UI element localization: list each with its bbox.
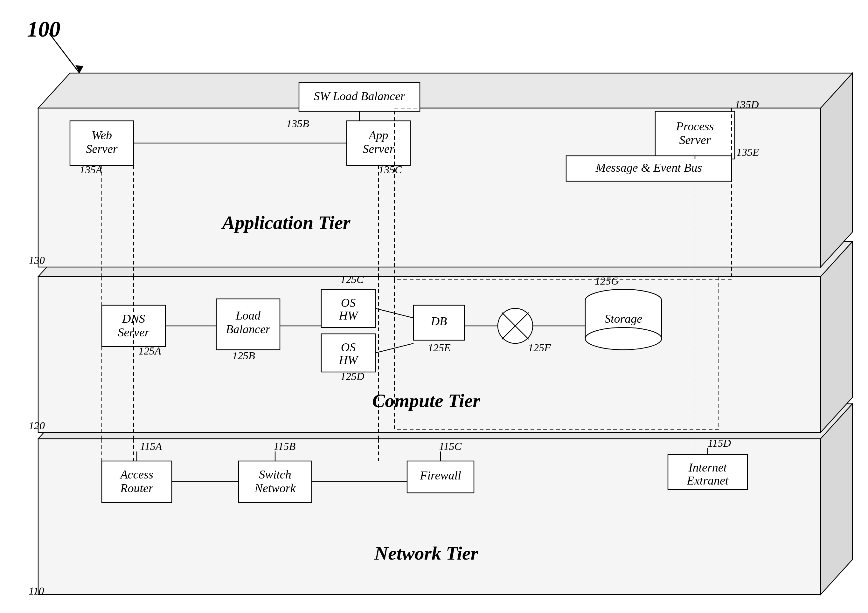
sw-load-balancer-label: SW Load Balancer bbox=[314, 89, 405, 103]
process-server-label2: Server bbox=[679, 133, 711, 147]
db-label: DB bbox=[431, 314, 447, 328]
os-hw-1-label: OS bbox=[341, 296, 356, 310]
ref-125b: 125B bbox=[232, 350, 255, 362]
internet-extranet-label: Internet bbox=[688, 461, 727, 474]
application-tier-ref: 130 bbox=[29, 254, 45, 266]
switch-network-label2: Network bbox=[254, 481, 296, 495]
ref-125f: 125F bbox=[528, 342, 551, 354]
ref-115a: 115A bbox=[140, 440, 162, 452]
access-router-label: Access bbox=[119, 468, 153, 481]
compute-tier-label: Compute Tier bbox=[372, 390, 480, 411]
internet-extranet-label2: Extranet bbox=[687, 474, 729, 487]
diagram-ref-label: 100 bbox=[27, 17, 60, 41]
network-tier-ref: 110 bbox=[29, 585, 44, 597]
ref-135d: 135D bbox=[735, 99, 759, 110]
web-server-label2: Server bbox=[86, 142, 117, 155]
application-tier-label: Application Tier bbox=[221, 212, 350, 233]
compute-tier-ref: 120 bbox=[29, 420, 45, 432]
os-hw-2-label2: HW bbox=[338, 353, 358, 367]
svg-marker-16 bbox=[38, 73, 852, 108]
load-balancer-label: Load bbox=[236, 309, 261, 322]
os-hw-2-label: OS bbox=[341, 341, 356, 354]
ref-125e: 125E bbox=[428, 342, 451, 354]
load-balancer-label2: Balancer bbox=[226, 322, 270, 336]
process-server-label: Process bbox=[676, 119, 714, 133]
ref-135b: 135B bbox=[286, 118, 309, 129]
diagram-container: Network Tier 110 Access Router 115A Swit… bbox=[0, 0, 868, 613]
app-server-label: App bbox=[368, 128, 388, 142]
app-server-label2: Server bbox=[363, 142, 394, 155]
ref-125a: 125A bbox=[138, 345, 161, 357]
message-event-bus-label: Message & Event Bus bbox=[595, 161, 702, 174]
svg-point-15 bbox=[585, 328, 662, 350]
ref-125d: 125D bbox=[340, 370, 364, 382]
ref-135e: 135E bbox=[736, 146, 759, 158]
ref-115c: 115C bbox=[439, 440, 462, 452]
ref-135c: 135C bbox=[378, 164, 402, 175]
network-tier-label: Network Tier bbox=[374, 543, 478, 564]
storage-label: Storage bbox=[604, 312, 642, 325]
ref-125c: 125C bbox=[340, 274, 364, 285]
switch-network-label: Switch bbox=[259, 468, 291, 481]
ref-115b: 115B bbox=[274, 440, 296, 452]
access-router-label2: Router bbox=[120, 481, 153, 495]
ref-135a: 135A bbox=[79, 164, 102, 175]
web-server-label: Web bbox=[91, 128, 112, 142]
os-hw-1-label2: HW bbox=[338, 309, 358, 322]
firewall-label: Firewall bbox=[420, 469, 461, 482]
ref-115d: 115D bbox=[708, 437, 731, 449]
ref-arrow bbox=[49, 33, 79, 73]
